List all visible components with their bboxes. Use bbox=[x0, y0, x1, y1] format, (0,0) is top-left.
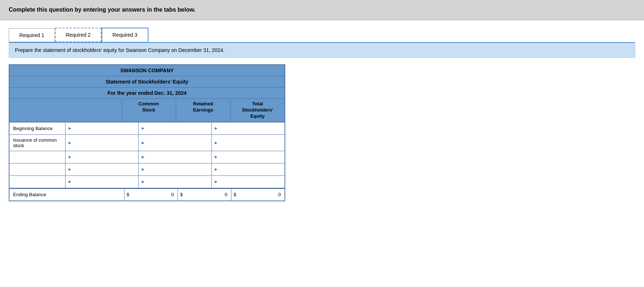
row-ending-label: Ending Balance bbox=[9, 189, 124, 201]
blank3-label-input[interactable] bbox=[13, 179, 61, 185]
equity-table: SWANSON COMPANY Statement of Stockholder… bbox=[9, 64, 285, 201]
issuance-retained-input[interactable] bbox=[147, 140, 209, 145]
row-blank-2: ► ► ► bbox=[9, 163, 285, 176]
row-blank1-common[interactable]: ► bbox=[65, 151, 139, 163]
blank3-common-input[interactable] bbox=[73, 179, 136, 185]
col-headers-row: CommonStock RetainedEarnings TotalStockh… bbox=[9, 99, 285, 122]
row-beginning-label: Beginning Balance bbox=[9, 122, 65, 134]
row-blank3-total[interactable]: ► bbox=[212, 176, 285, 188]
top-banner: Complete this question by entering your … bbox=[0, 0, 644, 20]
beginning-retained-input[interactable] bbox=[147, 126, 209, 131]
row-beginning-common[interactable]: ► bbox=[65, 122, 139, 134]
instruction-text: Prepare the statement of stockholders’ e… bbox=[15, 47, 224, 53]
row-blank2-retained[interactable]: ► bbox=[139, 163, 212, 175]
row-blank3-common[interactable]: ► bbox=[65, 176, 139, 188]
main-content: Required 1 Required 2 Required 3 Prepare… bbox=[0, 20, 644, 209]
tab-required-1[interactable]: Required 1 bbox=[9, 28, 55, 42]
arrow-icon: ► bbox=[214, 154, 218, 159]
row-blank2-common[interactable]: ► bbox=[65, 163, 139, 175]
arrow-icon: ► bbox=[141, 179, 145, 184]
arrow-icon: ► bbox=[214, 140, 218, 145]
row-issuance-common[interactable]: ► bbox=[65, 135, 139, 151]
row-blank2-label[interactable] bbox=[9, 163, 65, 175]
col-header-total: TotalStockholders'Equity bbox=[231, 99, 285, 122]
ending-total-value: 0 bbox=[238, 192, 282, 197]
row-issuance-label: Issuance of common stock bbox=[9, 135, 65, 151]
arrow-icon: ► bbox=[141, 167, 145, 172]
statement-title-header: Statement of Stockholders’ Equity bbox=[9, 76, 285, 88]
ending-retained-value: 0 bbox=[184, 192, 229, 197]
row-blank1-label[interactable] bbox=[9, 151, 65, 163]
arrow-icon: ► bbox=[141, 140, 145, 145]
tabs-row: Required 1 Required 2 Required 3 bbox=[9, 28, 635, 42]
arrow-icon: ► bbox=[68, 167, 72, 172]
blank1-common-input[interactable] bbox=[73, 154, 136, 160]
arrow-icon: ► bbox=[68, 126, 72, 131]
row-ending-retained[interactable]: $ 0 bbox=[178, 189, 231, 201]
dollar-sign-total: $ bbox=[234, 192, 236, 197]
banner-text: Complete this question by entering your … bbox=[9, 7, 195, 13]
row-beginning-balance: Beginning Balance ► ► ► bbox=[9, 122, 285, 135]
row-beginning-retained[interactable]: ► bbox=[139, 122, 212, 134]
row-issuance: Issuance of common stock ► ► ► bbox=[9, 135, 285, 151]
arrow-icon: ► bbox=[214, 179, 218, 184]
blank1-label-input[interactable] bbox=[13, 154, 61, 160]
blank1-retained-input[interactable] bbox=[147, 154, 209, 160]
arrow-icon: ► bbox=[68, 140, 72, 145]
dollar-sign-common: $ bbox=[127, 192, 129, 197]
beginning-total-input[interactable] bbox=[220, 126, 282, 131]
row-ending-total[interactable]: $ 0 bbox=[231, 189, 285, 201]
row-blank1-total[interactable]: ► bbox=[212, 151, 285, 163]
row-issuance-retained[interactable]: ► bbox=[139, 135, 212, 151]
row-blank3-retained[interactable]: ► bbox=[139, 176, 212, 188]
arrow-icon: ► bbox=[141, 154, 145, 159]
blank3-total-input[interactable] bbox=[220, 179, 282, 185]
row-blank3-label[interactable] bbox=[9, 176, 65, 188]
blank2-total-input[interactable] bbox=[220, 167, 282, 172]
blank2-label-input[interactable] bbox=[13, 167, 61, 172]
row-blank2-total[interactable]: ► bbox=[212, 163, 285, 175]
instruction-bar: Prepare the statement of stockholders’ e… bbox=[9, 42, 635, 58]
beginning-common-input[interactable] bbox=[73, 126, 136, 131]
row-blank-1: ► ► ► bbox=[9, 151, 285, 163]
row-ending-balance: Ending Balance $ 0 $ 0 $ 0 bbox=[9, 188, 285, 201]
arrow-icon: ► bbox=[141, 126, 145, 131]
period-header: For the year ended Dec. 31, 2024 bbox=[9, 88, 285, 99]
row-issuance-total[interactable]: ► bbox=[212, 135, 285, 151]
arrow-icon: ► bbox=[214, 167, 218, 172]
blank2-common-input[interactable] bbox=[73, 167, 136, 172]
dollar-sign-retained: $ bbox=[180, 192, 183, 197]
row-ending-common[interactable]: $ 0 bbox=[124, 189, 178, 201]
tab-required-3[interactable]: Required 3 bbox=[102, 28, 148, 42]
row-blank-3: ► ► ► bbox=[9, 176, 285, 188]
issuance-total-input[interactable] bbox=[220, 140, 282, 145]
arrow-icon: ► bbox=[68, 179, 72, 184]
blank2-retained-input[interactable] bbox=[147, 167, 209, 172]
ending-common-value: 0 bbox=[131, 192, 175, 197]
blank1-total-input[interactable] bbox=[220, 154, 282, 160]
col-header-retained: RetainedEarnings bbox=[176, 99, 231, 122]
row-beginning-total[interactable]: ► bbox=[212, 122, 285, 134]
tab-required-2[interactable]: Required 2 bbox=[55, 28, 102, 42]
arrow-icon: ► bbox=[214, 126, 218, 131]
blank3-retained-input[interactable] bbox=[147, 179, 209, 185]
col-header-common: CommonStock bbox=[122, 99, 176, 122]
arrow-icon: ► bbox=[68, 154, 72, 159]
row-blank1-retained[interactable]: ► bbox=[139, 151, 212, 163]
issuance-common-input[interactable] bbox=[73, 140, 136, 145]
company-name-header: SWANSON COMPANY bbox=[9, 65, 285, 76]
col-header-label bbox=[9, 99, 122, 122]
